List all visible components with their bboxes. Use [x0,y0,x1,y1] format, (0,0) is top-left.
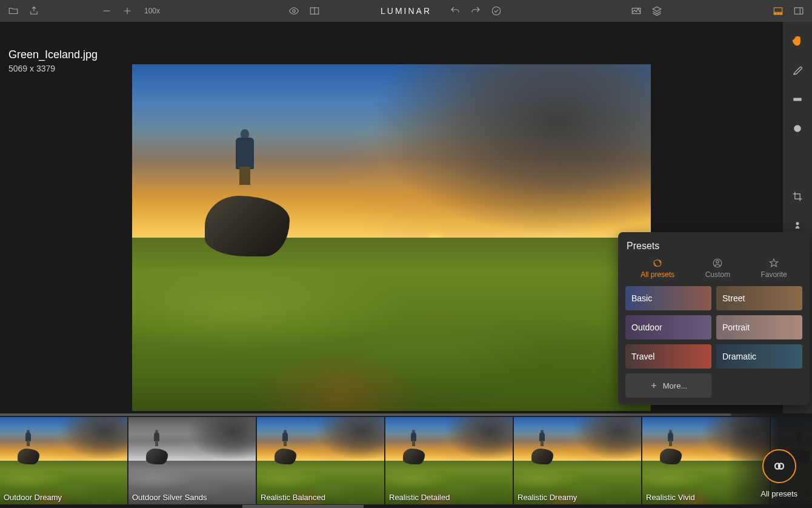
share-icon[interactable] [28,5,40,17]
approve-check-icon[interactable] [490,5,502,17]
brush-tool-icon[interactable] [790,63,805,78]
preset-thumb[interactable]: Realistic Vivid [642,417,770,504]
svg-point-10 [794,125,801,132]
preset-thumb[interactable]: Realistic Dreamy [514,417,641,504]
preset-thumb-label: Outdoor Dreamy [4,493,62,502]
compare-split-icon[interactable] [308,5,321,17]
svg-point-0 [293,10,296,13]
svg-point-11 [796,222,799,225]
redo-icon[interactable] [470,5,482,17]
all-presets-button[interactable]: All presets [760,449,797,498]
filmstrip-track[interactable]: Outdoor DreamyOutdoor Silver SandsRealis… [0,413,733,508]
tab-label: Custom [705,270,730,279]
svg-rect-8 [794,8,803,15]
preset-thumb[interactable]: Outdoor Dreamy [0,417,127,504]
preset-category-outdoor[interactable]: Outdoor [625,315,711,339]
preset-filmstrip: Outdoor DreamyOutdoor Silver SandsRealis… [0,413,812,508]
preset-thumb[interactable]: Realistic Detailed [385,417,513,504]
preview-eye-icon[interactable] [288,5,300,17]
tab-label: Favorite [760,270,787,279]
tab-favorite[interactable]: Favorite [760,258,787,279]
clone-stamp-tool-icon[interactable] [790,218,805,233]
preset-category-portrait[interactable]: Portrait [716,315,802,339]
tab-custom[interactable]: Custom [705,258,730,279]
preset-thumb-label: Realistic Dreamy [517,493,577,502]
preset-category-basic[interactable]: Basic [625,286,711,310]
svg-point-22 [716,261,719,264]
preset-thumb-label: Outdoor Silver Sands [132,493,207,502]
all-presets-label: All presets [760,489,797,498]
svg-point-2 [492,7,501,15]
infinity-icon [762,449,796,483]
layers-icon[interactable] [651,5,663,17]
more-presets-button[interactable]: More... [625,373,711,398]
svg-rect-6 [777,13,780,15]
preset-thumb[interactable]: Realistic Balanced [257,417,384,504]
app-title: LUMINAR [381,6,431,16]
preset-thumb-label: Realistic Balanced [261,493,325,502]
preset-thumb[interactable]: Outdoor Silver Sands [128,417,256,504]
preset-category-travel[interactable]: Travel [625,344,711,369]
undo-icon[interactable] [449,5,461,17]
crop-tool-icon[interactable] [790,189,805,204]
filmstrip-scrollbar-bottom[interactable] [0,505,812,508]
presets-panel: Presets All presets Custom Favorite Basi… [618,232,810,405]
top-toolbar: 100x LUMINAR [0,0,812,22]
presets-tabs: All presets Custom Favorite [625,258,802,279]
sidepanel-view-icon[interactable] [793,5,805,17]
svg-rect-5 [774,13,776,15]
preset-category-dramatic[interactable]: Dramatic [716,344,802,369]
presets-title: Presets [625,241,802,252]
tab-all-presets[interactable]: All presets [641,258,674,279]
file-name: Green_Iceland.jpg [8,48,98,61]
preset-category-street[interactable]: Street [716,286,802,310]
image-canvas[interactable] [132,64,651,411]
zoom-level[interactable]: 100x [144,7,160,15]
svg-rect-7 [780,13,782,15]
more-label: More... [663,381,687,390]
svg-rect-4 [774,8,782,13]
radial-tool-icon[interactable] [790,121,805,136]
preset-thumb-label: Realistic Vivid [646,493,695,502]
preset-category-grid: BasicStreetOutdoorPortraitTravelDramatic [625,286,802,369]
gradient-tool-icon[interactable] [790,92,805,107]
zoom-out-icon[interactable] [101,5,113,17]
svg-rect-9 [793,98,801,101]
histogram-icon[interactable] [630,5,642,17]
file-info: Green_Iceland.jpg 5069 x 3379 [8,48,98,73]
folder-icon[interactable] [7,5,19,17]
hand-tool-icon[interactable] [790,34,805,48]
preset-thumb-label: Realistic Detailed [389,493,450,502]
presets-view-icon[interactable] [772,5,784,17]
file-dimensions: 5069 x 3379 [8,64,98,73]
tab-label: All presets [641,270,674,279]
zoom-in-icon[interactable] [121,5,133,17]
